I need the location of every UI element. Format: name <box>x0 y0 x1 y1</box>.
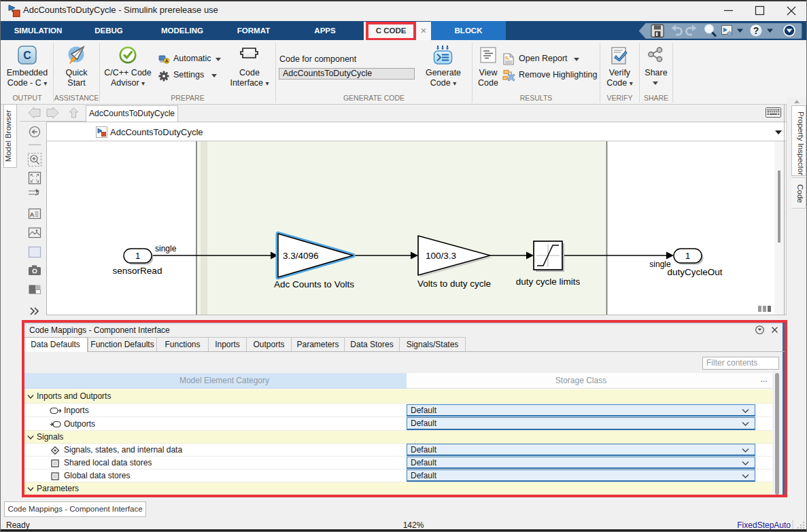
svg-text:Adc Counts to Volts: Adc Counts to Volts <box>274 279 354 289</box>
svg-text:1: 1 <box>685 251 690 261</box>
svg-text:duty cycle limits: duty cycle limits <box>516 277 581 287</box>
svg-text:100/3.3: 100/3.3 <box>426 251 456 261</box>
svg-text:sensorRead: sensorRead <box>113 266 162 276</box>
svg-text:Volts to duty cycle: Volts to duty cycle <box>417 279 491 289</box>
svg-text:single: single <box>155 244 177 253</box>
svg-text:1: 1 <box>135 251 140 261</box>
svg-text:A: A <box>30 211 35 218</box>
svg-text:3.3/4096: 3.3/4096 <box>283 251 319 261</box>
svg-text:dutyCycleOut: dutyCycleOut <box>667 267 722 277</box>
svg-text:?: ? <box>753 25 759 36</box>
svg-text:A: A <box>165 58 169 63</box>
svg-text:C: C <box>23 50 31 61</box>
